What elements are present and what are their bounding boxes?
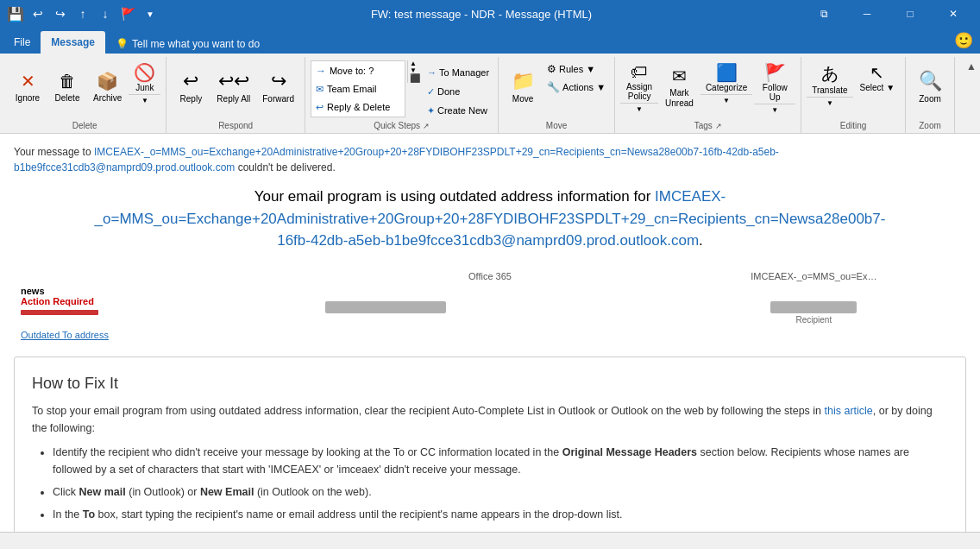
qs-more-arrow[interactable]: ⬛ xyxy=(410,74,420,83)
move-icon: 📁 xyxy=(512,70,535,92)
title-bar-left: 💾 ↩ ↪ ↑ ↓ 🚩 ▼ xyxy=(7,5,159,22)
status-bar xyxy=(0,532,980,549)
address-table: Office 365 IMCEAEX-_o=MMS_ou=Ex… news Ac… xyxy=(14,269,966,343)
junk-dropdown[interactable]: ▼ xyxy=(129,94,160,106)
forward-button[interactable]: ↪ Forward xyxy=(257,59,299,116)
ribbon-expand[interactable]: ▲ xyxy=(963,57,980,133)
close-icon[interactable]: ✕ xyxy=(933,0,973,28)
outdated-empty1 xyxy=(318,327,661,343)
translate-dropdown[interactable]: ▼ xyxy=(807,97,852,109)
junk-button-top[interactable]: 🚫 Junk xyxy=(129,59,160,94)
qs-create-new[interactable]: ✦ Create New xyxy=(424,102,493,119)
ribbon-tab-bar: File Message 💡 Tell me what you want to … xyxy=(0,28,980,54)
tags-group-content: 🏷 Assign Policy ▼ ✉ MarkUnread 🟦 Categor… xyxy=(619,57,797,119)
address-row: news Action Required Recipient xyxy=(14,283,966,327)
assign-policy-top[interactable]: 🏷 Assign Policy xyxy=(620,59,658,103)
select-top[interactable]: ↖ Select ▼ xyxy=(855,59,900,94)
actions-button[interactable]: 🔧 Actions ▼ xyxy=(543,79,609,96)
qs-new-icon: ✦ xyxy=(427,105,435,117)
zoom-button[interactable]: 🔍 Zoom xyxy=(911,59,949,116)
categorize-top[interactable]: 🟦 Categorize xyxy=(700,59,752,94)
addr-name-cell: news Action Required xyxy=(14,283,318,327)
categorize-dropdown[interactable]: ▼ xyxy=(700,94,752,106)
delete-group-content: ✕ Ignore 🗑 Delete 📦 Archive 🚫 Junk ▼ xyxy=(7,57,162,119)
qs-team-email[interactable]: ✉ Team Email xyxy=(312,80,404,98)
fix-step-3: In the To box, start typing the recipien… xyxy=(53,506,948,523)
fix-steps: Identify the recipient who didn't receiv… xyxy=(32,444,948,533)
fix-section: How to Fix It To stop your email program… xyxy=(14,357,966,533)
categorize-button[interactable]: 🟦 Categorize ▼ xyxy=(700,59,752,106)
qs-to-manager[interactable]: → To Manager xyxy=(424,64,493,81)
fix-title: How to Fix It xyxy=(32,371,948,396)
quicksteps-scroll[interactable]: ▲ ▼ ⬛ xyxy=(407,60,422,83)
assign-dropdown[interactable]: ▼ xyxy=(620,103,658,115)
delete-button[interactable]: 🗑 Delete xyxy=(48,59,86,116)
intro-address-link[interactable]: IMCEAEX-_o=MMS_ou=Exchange+20Administrat… xyxy=(14,146,779,174)
mark-unread-button[interactable]: ✉ MarkUnread xyxy=(660,59,699,116)
down-icon[interactable]: ↓ xyxy=(97,5,114,22)
ribbon-group-respond: ↩ Reply ↩↩ Reply All ↪ Forward Respond xyxy=(166,57,305,133)
rules-icon: ⚙ xyxy=(547,63,556,75)
translate-icon: あ xyxy=(821,62,839,85)
move-group-content: 📁 Move ⚙ Rules ▼ 🔧 Actions ▼ xyxy=(502,57,611,119)
maximize-icon[interactable]: □ xyxy=(890,0,930,28)
qs-manager-label: To Manager xyxy=(439,67,489,78)
follow-up-icon: 🚩 xyxy=(764,62,786,83)
tab-file[interactable]: File xyxy=(3,31,41,54)
restore-window-icon[interactable]: ⧉ xyxy=(804,0,844,28)
ribbon-group-tags: 🏷 Assign Policy ▼ ✉ MarkUnread 🟦 Categor… xyxy=(615,57,801,133)
qs-reply-delete[interactable]: ↩ Reply & Delete xyxy=(312,98,404,116)
actions-icon: 🔧 xyxy=(547,81,560,93)
respond-group-content: ↩ Reply ↩↩ Reply All ↪ Forward xyxy=(170,57,301,119)
follow-up-button[interactable]: 🚩 Follow Up ▼ xyxy=(754,59,795,116)
translate-top[interactable]: あ Translate xyxy=(807,59,852,97)
outdated-label[interactable]: Outdated To address xyxy=(21,330,109,340)
ignore-icon: ✕ xyxy=(21,71,35,92)
select-icon: ↖ xyxy=(870,62,884,83)
ignore-button[interactable]: ✕ Ignore xyxy=(9,59,47,116)
feedback-icon[interactable]: 🙂 xyxy=(954,31,973,50)
minimize-icon[interactable]: ─ xyxy=(847,0,887,28)
reply-label: Reply xyxy=(180,94,203,104)
reply-icon: ↩ xyxy=(183,70,198,92)
zoom-icon: 🔍 xyxy=(919,70,942,92)
assign-policy-button[interactable]: 🏷 Assign Policy ▼ xyxy=(620,59,658,115)
junk-button[interactable]: 🚫 Junk ▼ xyxy=(129,59,160,106)
tell-me-box[interactable]: 💡 Tell me what you want to do xyxy=(116,38,260,50)
forward-icon: ↪ xyxy=(271,70,286,92)
rules-button[interactable]: ⚙ Rules ▼ xyxy=(543,60,609,78)
up-icon[interactable]: ↑ xyxy=(74,5,91,22)
actions-label: Actions ▼ xyxy=(562,82,606,92)
delete-icon: 🗑 xyxy=(59,72,76,92)
fix-intro-text: To stop your email program from using ou… xyxy=(32,405,825,417)
move-button[interactable]: 📁 Move xyxy=(504,59,542,116)
qs-done[interactable]: ✓ Done xyxy=(424,83,493,100)
categorize-icon: 🟦 xyxy=(716,62,738,83)
editing-group-label: Editing xyxy=(805,119,901,133)
translate-button[interactable]: あ Translate ▼ xyxy=(807,59,852,109)
qs-move-to[interactable]: → Move to: ? xyxy=(312,62,404,79)
customize-icon[interactable]: ▼ xyxy=(141,5,159,22)
select-button[interactable]: ↖ Select ▼ xyxy=(855,59,900,94)
window-title: FW: test message - NDR - Message (HTML) xyxy=(159,8,804,21)
follow-up-dropdown[interactable]: ▼ xyxy=(754,104,795,116)
archive-button[interactable]: 📦 Archive xyxy=(88,59,127,116)
delete-label: Delete xyxy=(55,93,80,104)
reply-all-button[interactable]: ↩↩ Reply All xyxy=(211,59,255,116)
qs-manager-icon: → xyxy=(427,67,437,78)
col3-label: Recipient xyxy=(669,315,959,325)
fix-step-1: Identify the recipient who didn't receiv… xyxy=(53,444,948,478)
outdated-empty2 xyxy=(662,327,966,343)
redo-icon[interactable]: ↪ xyxy=(52,5,69,22)
heading-end: . xyxy=(699,232,703,249)
flag-icon[interactable]: 🚩 xyxy=(119,5,136,22)
tab-message[interactable]: Message xyxy=(41,31,105,54)
ribbon-group-quicksteps: → Move to: ? ✉ Team Email ↩ Reply & Dele… xyxy=(305,57,499,133)
action-bar xyxy=(21,310,98,315)
follow-up-top[interactable]: 🚩 Follow Up xyxy=(754,59,795,104)
reply-button[interactable]: ↩ Reply xyxy=(172,59,210,116)
undo-icon[interactable]: ↩ xyxy=(29,5,47,22)
qs-move-label: Move to: ? xyxy=(330,66,374,76)
this-article-link[interactable]: this article xyxy=(825,405,873,417)
reply-all-icon: ↩↩ xyxy=(218,70,249,92)
